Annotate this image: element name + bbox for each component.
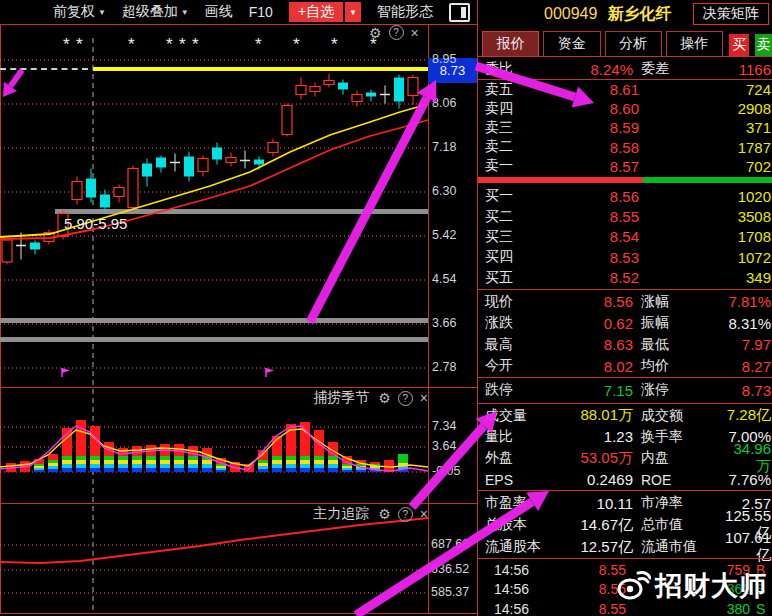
menu-super-overlay[interactable]: 超级叠加 ▼ (122, 3, 189, 21)
svg-text:*: * (255, 35, 262, 54)
menu-smart-pattern[interactable]: 智能形态 (377, 3, 433, 21)
close-icon[interactable]: × (420, 391, 428, 405)
add-watchlist-button[interactable]: +自选 ▼ (289, 2, 361, 22)
gear-icon[interactable]: ⚙ (378, 507, 391, 521)
axis-tick-label: 585.37 (431, 585, 469, 599)
bid-ratio-fill (478, 177, 643, 183)
gear-icon[interactable]: ⚙ (369, 26, 382, 40)
buy-row-3[interactable]: 买三8.541708 (478, 227, 772, 247)
axis-tick-label: -0.05 (432, 464, 461, 478)
svg-text:*: * (293, 35, 300, 54)
price-stats: 现价8.56涨幅7.81% 涨跌0.62振幅8.31% 最高8.63最低7.97… (478, 291, 772, 377)
axis-tick-label: 4.54 (432, 272, 456, 286)
stat-row: 外盘53.05万内盘34.96万 (478, 448, 772, 469)
weibi-row: 委比 8.24% 委差 1166 (478, 59, 772, 79)
menu-super-overlay-label: 超级叠加 (122, 3, 178, 21)
axis-tick-label: 636.52 (431, 562, 469, 576)
close-icon[interactable]: × (420, 507, 428, 521)
sell-button[interactable]: 卖 (755, 34, 772, 56)
sell-row-5[interactable]: 卖五8.61724 (478, 80, 772, 99)
weibo-icon (617, 571, 651, 601)
axis-tick-label: 8.95 (432, 52, 456, 66)
weicha-value: 1166 (719, 61, 772, 78)
sell-row-4[interactable]: 卖四8.602908 (478, 99, 772, 118)
sub-chart-header-main-force: 主力追踪 ⚙ ? × (292, 505, 428, 523)
svg-text:*: * (192, 35, 199, 54)
svg-text:*: * (63, 35, 70, 54)
svg-text:*: * (76, 35, 83, 54)
svg-text:*: * (128, 35, 135, 54)
buy-row-2[interactable]: 买二8.553508 (478, 206, 772, 226)
buy-queue: 买一8.561020 买二8.553508 买三8.541708 买四8.531… (478, 186, 772, 288)
close-icon[interactable]: × (411, 26, 419, 40)
add-watchlist-label: +自选 (289, 2, 343, 22)
sell-row-2[interactable]: 卖二8.581787 (478, 138, 772, 157)
main-chart-controls: ⚙ ? × (369, 25, 419, 40)
menu-f10[interactable]: F10 (249, 4, 273, 20)
buy-row-1[interactable]: 买一8.561020 (478, 186, 772, 206)
valuation-stats: 市盈率10.11市净率2.57 总股本14.67亿总市值125.55亿 流通股本… (478, 492, 772, 558)
chart-toolbar: 前复权 ▼ 超级叠加 ▼ 画线 F10 +自选 ▼ 智能形态 (0, 0, 478, 24)
axis-tick-label: 2.78 (432, 360, 456, 374)
watermark: 招财大师 (617, 568, 767, 604)
tab-analysis[interactable]: 分析 (605, 31, 662, 56)
stock-name: 新乡化纤 (607, 4, 671, 25)
volume-stats: 成交量88.01万成交额7.28亿 量比1.23换手率7.00% 外盘53.05… (478, 405, 772, 490)
stat-row: 最高8.63最低7.97 (478, 334, 772, 356)
sub-chart-title: 主力追踪 (313, 505, 369, 523)
help-icon[interactable]: ? (398, 507, 413, 522)
panel-toggle-icon[interactable] (449, 3, 470, 22)
weicha-label: 委差 (641, 60, 719, 78)
svg-text:*: * (166, 35, 173, 54)
chevron-down-icon: ▼ (98, 8, 106, 17)
price-range-annotation: 5.90-5.95 (64, 215, 127, 232)
quote-panel: 000949 新乡化纤 决策矩阵 报价 资金 分析 操作 买 卖 委比 8.24… (478, 0, 772, 616)
weibi-value: 8.24% (561, 61, 633, 78)
limit-price-line (93, 67, 478, 71)
help-icon[interactable]: ? (389, 25, 404, 40)
tab-quote[interactable]: 报价 (482, 31, 539, 56)
trading-app-window: 前复权 ▼ 超级叠加 ▼ 画线 F10 +自选 ▼ 智能形态 ⚙ ? × 捕捞季… (0, 0, 772, 616)
axis-tick-label: 3.66 (432, 316, 456, 330)
svg-text:*: * (179, 35, 186, 54)
buy-row-5[interactable]: 买五8.52349 (478, 268, 772, 288)
sell-queue: 卖五8.61724 卖四8.602908 卖三8.59371 卖二8.58178… (478, 80, 772, 176)
axis-tick-label: 687.68 (431, 537, 469, 551)
stat-row: 今开8.02均价8.27 (478, 356, 772, 378)
limit-row: 跌停7.15涨停8.73 (478, 379, 772, 401)
stat-row: 成交量88.01万成交额7.28亿 (478, 405, 772, 426)
tab-funds[interactable]: 资金 (543, 31, 600, 56)
help-icon[interactable]: ? (398, 391, 413, 406)
axis-tick-label: 7.34 (432, 419, 456, 433)
tab-operate[interactable]: 操作 (666, 31, 723, 56)
axis-tick-label: 8.06 (432, 96, 456, 110)
stat-row: 现价8.56涨幅7.81% (478, 291, 772, 313)
weibi-label: 委比 (485, 60, 561, 78)
quote-tabs: 报价 资金 分析 操作 买 卖 (482, 30, 772, 56)
axis-tick-label: 3.64 (432, 439, 456, 453)
stat-row: 涨跌0.62振幅8.31% (478, 313, 772, 335)
limit-dash-line (0, 68, 88, 70)
bid-ask-ratio-bar (478, 177, 772, 183)
axis-tick-label: 5.42 (432, 228, 456, 242)
watermark-text: 招财大师 (655, 568, 767, 604)
buy-row-4[interactable]: 买四8.531072 (478, 247, 772, 267)
sell-row-3[interactable]: 卖三8.59371 (478, 118, 772, 137)
menu-forward-adjust[interactable]: 前复权 ▼ (53, 3, 106, 21)
menu-draw-line[interactable]: 画线 (205, 3, 233, 21)
stock-code: 000949 (544, 5, 597, 23)
axis-tick-label: 7.18 (432, 140, 456, 154)
decision-matrix-button[interactable]: 决策矩阵 (693, 3, 769, 25)
add-watchlist-dropdown[interactable]: ▼ (345, 2, 361, 22)
sell-row-1[interactable]: 卖一8.57702 (478, 157, 772, 176)
gear-icon[interactable]: ⚙ (378, 391, 391, 405)
stat-row: EPS0.2469ROE7.76% (478, 469, 772, 490)
menu-forward-adjust-label: 前复权 (53, 3, 95, 21)
sub-chart-title: 捕捞季节 (313, 389, 369, 407)
axis-tick-label: 6.30 (432, 184, 456, 198)
stock-header: 000949 新乡化纤 决策矩阵 (478, 0, 772, 28)
svg-text:*: * (331, 35, 338, 54)
buy-button[interactable]: 买 (729, 34, 749, 56)
sub-chart-header-fishing: 捕捞季节 ⚙ ? × (292, 389, 428, 407)
chevron-down-icon: ▼ (181, 8, 189, 17)
